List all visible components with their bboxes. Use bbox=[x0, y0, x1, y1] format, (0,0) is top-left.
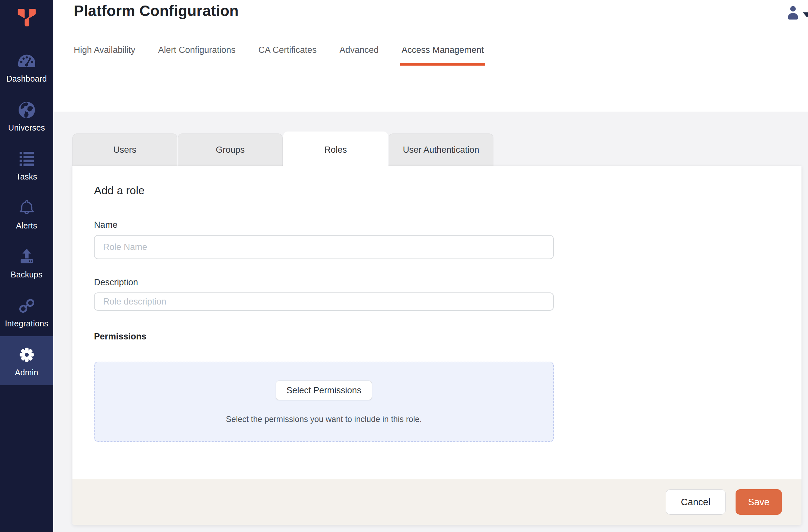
sidebar-item-integrations[interactable]: Integrations bbox=[0, 287, 53, 336]
list-icon bbox=[18, 148, 36, 169]
role-description-input[interactable] bbox=[94, 292, 554, 311]
sidebar-item-backups[interactable]: Backups bbox=[0, 238, 53, 287]
plug-icon bbox=[17, 295, 37, 316]
add-role-form: Add a role Name Description Permissions … bbox=[72, 166, 802, 479]
tab-alert-configurations[interactable]: Alert Configurations bbox=[158, 45, 236, 66]
sidebar-item-label: Alerts bbox=[16, 221, 37, 231]
permissions-label: Permissions bbox=[94, 332, 147, 342]
tab-high-availability[interactable]: High Availability bbox=[74, 45, 135, 66]
sidebar-nav: Dashboard Universes bbox=[0, 42, 53, 385]
subtab-groups[interactable]: Groups bbox=[178, 133, 282, 166]
header-tabs: High Availability Alert Configurations C… bbox=[74, 45, 484, 66]
add-role-card: Add a role Name Description Permissions … bbox=[72, 166, 802, 525]
sidebar-item-universes[interactable]: Universes bbox=[0, 91, 53, 140]
page-title: Platform Configuration bbox=[74, 2, 239, 20]
sidebar-item-tasks[interactable]: Tasks bbox=[0, 140, 53, 189]
bell-icon bbox=[17, 198, 36, 218]
sidebar-item-dashboard[interactable]: Dashboard bbox=[0, 42, 53, 91]
subtab-user-authentication[interactable]: User Authentication bbox=[389, 133, 493, 166]
sidebar-item-label: Universes bbox=[8, 123, 45, 132]
tab-advanced[interactable]: Advanced bbox=[339, 45, 379, 66]
sidebar-item-alerts[interactable]: Alerts bbox=[0, 189, 53, 238]
name-label: Name bbox=[94, 220, 117, 230]
sidebar-item-admin[interactable]: Admin bbox=[0, 336, 53, 385]
cancel-button[interactable]: Cancel bbox=[666, 489, 726, 515]
gauge-icon bbox=[17, 51, 37, 72]
person-icon bbox=[785, 4, 801, 22]
form-footer: Cancel Save bbox=[72, 479, 802, 525]
subtab-users[interactable]: Users bbox=[72, 133, 177, 166]
sidebar-item-label: Dashboard bbox=[6, 74, 47, 84]
save-button[interactable]: Save bbox=[736, 489, 782, 515]
form-heading: Add a role bbox=[94, 184, 145, 197]
description-label: Description bbox=[94, 277, 138, 288]
sidebar-item-label: Integrations bbox=[5, 319, 48, 328]
sidebar-item-label: Tasks bbox=[16, 172, 37, 182]
role-name-input[interactable] bbox=[94, 235, 554, 259]
sidebar: Dashboard Universes bbox=[0, 0, 53, 532]
platform-configuration-screen: Dashboard Universes bbox=[0, 0, 808, 532]
yugabyte-logo-icon[interactable] bbox=[0, 0, 53, 42]
user-menu-button[interactable] bbox=[785, 4, 801, 22]
upload-icon bbox=[18, 246, 36, 267]
page-header: Platform Configuration High Availability… bbox=[53, 0, 808, 112]
subtab-roles[interactable]: Roles bbox=[283, 131, 388, 168]
select-permissions-button[interactable]: Select Permissions bbox=[276, 381, 372, 400]
header-divider bbox=[774, 0, 774, 33]
yugabyte-logo-svg bbox=[16, 8, 37, 27]
tab-ca-certificates[interactable]: CA Certificates bbox=[258, 45, 317, 66]
chevron-down-icon[interactable] bbox=[803, 13, 808, 17]
globe-icon bbox=[17, 99, 36, 121]
permissions-hint: Select the permissions you want to inclu… bbox=[226, 415, 422, 424]
access-management-content: Users Groups Roles User Authentication A… bbox=[53, 112, 808, 532]
tab-access-management[interactable]: Access Management bbox=[401, 45, 484, 66]
sidebar-item-label: Backups bbox=[11, 270, 42, 279]
access-management-subtabs: Users Groups Roles User Authentication bbox=[72, 131, 493, 168]
gear-icon bbox=[18, 344, 36, 365]
permissions-panel: Select Permissions Select the permission… bbox=[94, 362, 554, 442]
sidebar-item-label: Admin bbox=[15, 368, 38, 377]
